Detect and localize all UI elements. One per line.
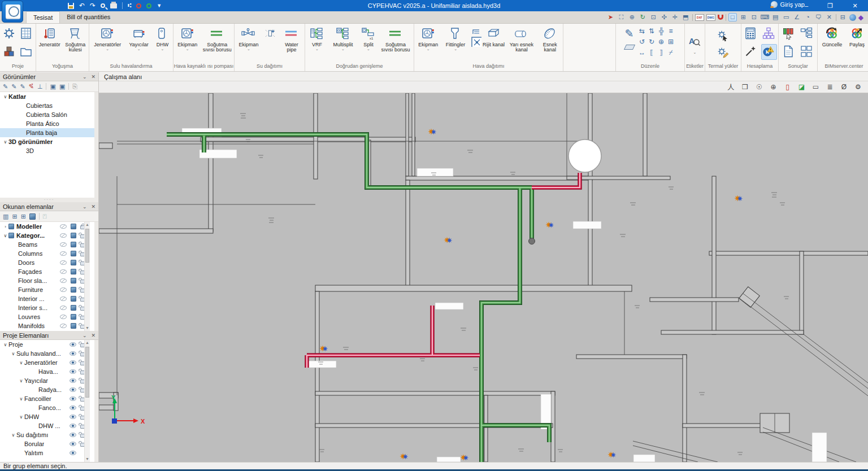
results-boxes-icon[interactable] [800,45,814,59]
tree-item-manifolds[interactable]: Manifolds [0,321,94,330]
tree-item-su-dagitimi[interactable]: ∨Su dağıtımı [0,430,94,439]
tree-item-cubierta-salon[interactable]: Cubierta Salón [0,110,94,119]
cube-3d-icon[interactable] [71,233,76,238]
visibility-icon[interactable] [70,351,76,356]
close-panel-icon[interactable]: ✕ [91,74,96,80]
hide-elements-icon[interactable]: Ø [840,83,848,91]
cut-icon[interactable]: ✕ [825,13,834,21]
visibility-icon[interactable] [70,415,76,419]
object-snap-icon[interactable] [718,15,723,20]
close-panel-icon[interactable]: ✕ [91,204,96,210]
jeneratorler-button[interactable]: Jeneratörler⌄ [90,25,124,50]
join-icon[interactable]: ⟦ [650,49,653,56]
ekipman-button[interactable]: Ekipman⌄ [415,25,441,50]
rotate-left-icon[interactable]: ↺ [639,38,645,46]
redo-icon[interactable]: ↷ [90,2,96,9]
eraser-icon[interactable] [623,45,635,50]
redraw-icon[interactable]: ➤ [606,13,615,21]
keyboard-entry-icon[interactable]: ⌨ [761,13,769,21]
move-icon[interactable]: ╬ [659,27,664,35]
orbit-icon[interactable]: ☉ [755,83,763,91]
angle-icon[interactable]: ∠ [793,13,801,21]
sogutma-kulesi-button[interactable]: Soğutma kulesi [63,25,88,53]
pan-icon[interactable]: ✣ [660,13,669,21]
model-3d-icon[interactable] [29,213,36,220]
refresh-icon[interactable]: ↻ [639,13,647,21]
tab-bill-of-quantities[interactable]: Bill of quantities [60,11,117,23]
maximize-button[interactable]: ❐ [818,0,842,11]
visibility-off-icon[interactable] [60,287,67,292]
grid-icon[interactable]: ⊞ [739,13,748,21]
bim-model-icon[interactable] [2,45,17,59]
cube-3d-icon[interactable] [71,269,76,274]
duplicate-view-icon[interactable]: ✎ [20,83,25,90]
zoom-previous-icon[interactable]: ⊕ [628,13,636,21]
thermal-loads-edit-icon[interactable] [716,46,731,60]
tag-search-icon[interactable] [688,34,702,49]
dimension-icon[interactable]: ▤ [771,13,780,21]
tank-circle[interactable] [568,139,601,172]
vrf-button[interactable]: VRF⌄ [307,25,327,50]
scrollbar[interactable]: ▲▼ [84,340,90,462]
comment-icon[interactable]: 🗨 [814,13,823,21]
close-button[interactable]: ✕ [842,0,868,11]
help-icon[interactable]: ◆ [858,14,863,21]
cube-3d-icon[interactable] [71,260,76,265]
results-tree-icon[interactable] [800,27,814,41]
zoom-window-icon[interactable]: ⊡ [649,13,658,21]
visibility-off-icon[interactable] [60,306,67,310]
axes-icon[interactable]: 人 [727,82,735,92]
camera-icon[interactable]: ▣ [50,83,55,90]
search-icon[interactable] [101,3,105,8]
auto-design-wand-icon[interactable] [744,45,758,59]
cube-3d-icon[interactable] [71,287,76,293]
cube-3d-icon[interactable] [71,305,76,311]
esnek-kanal-button[interactable]: Esnek kanal [539,25,562,53]
yari-esnek-kanal-button[interactable]: Yarı esnek kanal [506,25,537,53]
pipe-joint[interactable] [529,238,535,245]
rotation-icon[interactable]: ◔ [804,13,812,21]
drawing-canvas[interactable]: .w{fill:#c9c9c9;stroke:#3e3e3e;stroke-wi… [99,93,868,462]
rotate-view-icon[interactable]: ⊕ [769,83,778,91]
edit-view-icon[interactable]: ✎ [11,83,16,90]
visibility-icon[interactable] [70,442,76,446]
tree-item-louvres[interactable]: Louvres [0,312,94,321]
tree-item-hava[interactable]: Hava... [0,367,94,376]
stretch-icon[interactable]: ↔ [639,49,645,56]
tree-item-modeller[interactable]: ›Modeller [0,222,94,231]
dhw-button[interactable]: DHW⌄ [153,25,172,50]
customize-menu-icon[interactable]: ▼ [157,2,162,9]
collapse-icon[interactable]: ⌄ [83,204,87,210]
move-view-icon[interactable]: ✛ [671,13,679,21]
visibility-off-icon[interactable] [60,224,67,229]
distribute-icon[interactable]: ⇅ [649,27,654,35]
tree-item-3d[interactable]: 3D [0,146,94,155]
split-button[interactable]: Split⌄ [359,25,378,50]
print-icon[interactable] [110,3,117,8]
open-folder-icon[interactable] [19,45,34,59]
water-pipe-button[interactable]: Water pipe [280,25,303,53]
tree-item-dhw[interactable]: ∨DHW [0,412,94,421]
errors-warnings-icon[interactable] [762,45,776,59]
tree-item-cubiertas[interactable]: Cubiertas [0,101,94,110]
camera-copy-icon[interactable]: ▣ [59,83,65,90]
visibility-icon[interactable] [70,369,76,374]
visibility-off-icon[interactable] [60,278,67,283]
calculate-icon[interactable] [744,27,758,41]
book-icon[interactable]: ⎘ [72,83,77,90]
visibility-off-icon[interactable] [60,233,67,238]
results-colors-icon[interactable] [782,27,796,41]
visibility-icon[interactable] [70,378,76,383]
sogutma-sivisi-borusu-button[interactable]: Soğutma sıvısı borusu [202,25,233,53]
tree-item-fancoiller[interactable]: ∨Fancoiller [0,394,94,403]
web-icon[interactable] [849,14,856,21]
thermometer-icon[interactable]: ⍞ [43,213,47,220]
settings-gear-icon[interactable] [2,27,17,41]
tree-item-doors[interactable]: Doors [0,258,94,267]
snap-box-icon[interactable]: □ [728,13,737,21]
fittingler-button[interactable]: Fittingler⌄ [442,25,468,50]
cube-3d-icon[interactable] [71,296,76,302]
thermal-loads-select-icon[interactable] [716,29,731,43]
tree-item-dhw-child[interactable]: DHW ... [0,421,94,430]
tree-item-jeneratorler[interactable]: ∨Jeneratörler [0,358,94,367]
